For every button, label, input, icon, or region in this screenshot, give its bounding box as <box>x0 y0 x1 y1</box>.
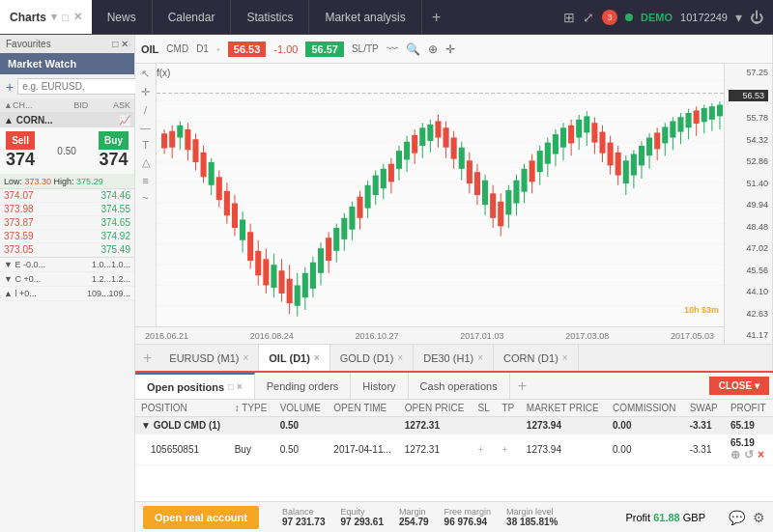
svg-rect-146 <box>677 117 683 131</box>
line-tool[interactable]: / <box>144 104 147 116</box>
pos-sl[interactable]: + <box>472 434 496 465</box>
edit-icon[interactable]: ↺ <box>744 448 754 462</box>
chart-tab-oil[interactable]: OIL (D1) × <box>259 345 329 371</box>
chart-line-icon[interactable]: 〰 <box>386 42 398 56</box>
symbol-group-header[interactable]: ▲ CORN... 📈 <box>0 113 134 127</box>
chart-tab-de30-close[interactable]: × <box>477 352 483 363</box>
chart-tab-menu-icon[interactable]: ▾ <box>51 11 57 23</box>
x-date-label: 2016.10.27 <box>356 331 399 341</box>
high-label: High: <box>54 177 74 186</box>
chart-tab-de30-label: DE30 (H1) <box>423 352 473 364</box>
buy-button[interactable]: Buy <box>99 131 129 150</box>
pos-ticket: 105650851 <box>135 434 229 465</box>
delete-icon[interactable]: × <box>758 448 764 462</box>
chart-plus-icon[interactable]: ✛ <box>445 42 455 56</box>
horizontal-tool[interactable]: — <box>140 122 151 133</box>
svg-rect-108 <box>530 160 535 182</box>
account-number: 10172249 <box>680 12 728 23</box>
chart-tab-gold[interactable]: GOLD (D1) × <box>330 345 414 371</box>
y-price-label: 49.94 <box>729 200 768 210</box>
svg-rect-96 <box>482 181 488 206</box>
chart-tab-oil-close[interactable]: × <box>314 352 320 363</box>
connection-status-dot <box>625 14 633 21</box>
y-price-label: 48.48 <box>729 222 768 232</box>
high-value: 375.29 <box>76 177 103 186</box>
close-dropdown-icon[interactable]: ▾ <box>755 380 759 391</box>
svg-rect-26 <box>209 162 215 185</box>
svg-rect-134 <box>631 154 637 176</box>
shape-tool[interactable]: △ <box>142 156 150 169</box>
charts-tab[interactable]: Charts ▾ □ ✕ <box>0 0 92 34</box>
cursor-tool[interactable]: ↖ <box>141 68 150 80</box>
bottom-panel-tabs: Open positions □ × Pending orders Histor… <box>135 373 773 400</box>
chart-tab-de30[interactable]: DE30 (H1) × <box>414 345 494 371</box>
equity-value: 97 293.61 <box>340 517 384 527</box>
svg-rect-32 <box>232 204 238 229</box>
add-chart-tab-button[interactable]: + <box>135 350 159 367</box>
add-tab-button[interactable]: + <box>422 9 451 26</box>
table-header-row: POSITION ↕ TYPE VOLUME OPEN TIME OPEN PR… <box>135 400 773 417</box>
chart-tab-corn[interactable]: CORN (D1) × <box>494 345 579 371</box>
nav-tabs: News Calendar Statistics Market analysis <box>92 0 422 34</box>
top-nav: Charts ▾ □ ✕ News Calendar Statistics Ma… <box>0 0 773 35</box>
account-dropdown-icon[interactable]: ▾ <box>735 10 742 25</box>
chart-tab-corn-close[interactable]: × <box>562 352 568 363</box>
open-real-account-button[interactable]: Open real account <box>143 506 259 529</box>
wave-tool[interactable]: ~ <box>142 192 148 204</box>
layout-icon[interactable]: ⊞ <box>563 10 575 25</box>
col-type[interactable]: ↕ TYPE <box>229 400 274 417</box>
crosshair-tool[interactable]: ✛ <box>141 86 150 98</box>
col-market-price: MARKET PRICE <box>521 400 607 417</box>
power-icon[interactable]: ⏻ <box>750 10 763 25</box>
expand-icon[interactable]: ⤢ <box>583 10 594 25</box>
margin-level-stat: Margin level 38 185.81% <box>506 507 558 527</box>
tab-open-positions-close[interactable]: □ × <box>228 381 243 392</box>
account-type-label: DEMO <box>641 12 673 23</box>
free-margin-label: Free margin <box>444 507 492 517</box>
nav-tab-news[interactable]: News <box>92 0 153 34</box>
favourites-close-icon[interactable]: □ ✕ <box>112 39 129 49</box>
sell-button[interactable]: Sell <box>6 131 35 150</box>
chart-tab-window-icon[interactable]: □ <box>62 12 69 23</box>
symbol-chart-icon[interactable]: 📈 <box>119 115 130 126</box>
tab-history[interactable]: History <box>351 373 408 399</box>
copy-icon[interactable]: ⊕ <box>730 448 740 462</box>
time-label: 10h $3m <box>684 305 719 315</box>
pos-val1: 1.0... <box>92 260 111 269</box>
nav-tab-market-analysis[interactable]: Market analysis <box>309 0 421 34</box>
chart-tab-close-icon[interactable]: ✕ <box>73 11 82 23</box>
chat-icon[interactable]: 💬 <box>729 510 745 525</box>
profit-stat: Profit 61.88 GBP <box>625 512 705 523</box>
pos-val2: 109... <box>108 289 130 298</box>
add-symbol-button[interactable]: + <box>6 79 14 95</box>
text-tool[interactable]: T <box>142 139 149 151</box>
nav-tab-statistics[interactable]: Statistics <box>231 0 309 34</box>
nav-tab-calendar[interactable]: Calendar <box>153 0 232 34</box>
pos-group-market-price: 1273.94 <box>521 417 607 434</box>
chart-tab-gold-label: GOLD (D1) <box>340 352 394 364</box>
add-symbol-row: + ⊞ <box>0 74 134 98</box>
close-all-button[interactable]: CLOSE ▾ <box>709 377 769 395</box>
notification-badge[interactable]: 3 <box>602 10 617 25</box>
tab-cash-operations[interactable]: Cash operations <box>409 373 510 399</box>
chart-zoom-in-icon[interactable]: ⊕ <box>428 42 438 56</box>
chart-tab-eurusd[interactable]: EURUSD (M1) × <box>159 345 259 371</box>
svg-rect-98 <box>490 193 496 218</box>
chart-tab-eurusd-close[interactable]: × <box>243 352 248 363</box>
tab-open-positions[interactable]: Open positions □ × <box>135 373 255 399</box>
settings-icon[interactable]: ⚙ <box>753 510 765 525</box>
col-position[interactable]: POSITION <box>135 400 229 417</box>
pos-tp[interactable]: + <box>496 434 520 465</box>
fib-tool[interactable]: ≡ <box>142 175 148 186</box>
tab-pending-orders[interactable]: Pending orders <box>255 373 352 399</box>
svg-rect-126 <box>599 132 605 154</box>
balance-stat: Balance 97 231.73 <box>282 507 326 527</box>
favourites-label: Favourites <box>6 39 51 49</box>
chart-tab-gold-close[interactable]: × <box>397 352 403 363</box>
symbol-search-input[interactable] <box>17 78 150 95</box>
add-bottom-tab-button[interactable]: + <box>510 378 534 395</box>
chart-search-icon[interactable]: 🔍 <box>406 42 420 56</box>
y-price-label: 51.40 <box>729 179 768 188</box>
col-open-price: OPEN PRICE <box>399 400 472 417</box>
bid-price: 373.59 <box>4 231 68 241</box>
